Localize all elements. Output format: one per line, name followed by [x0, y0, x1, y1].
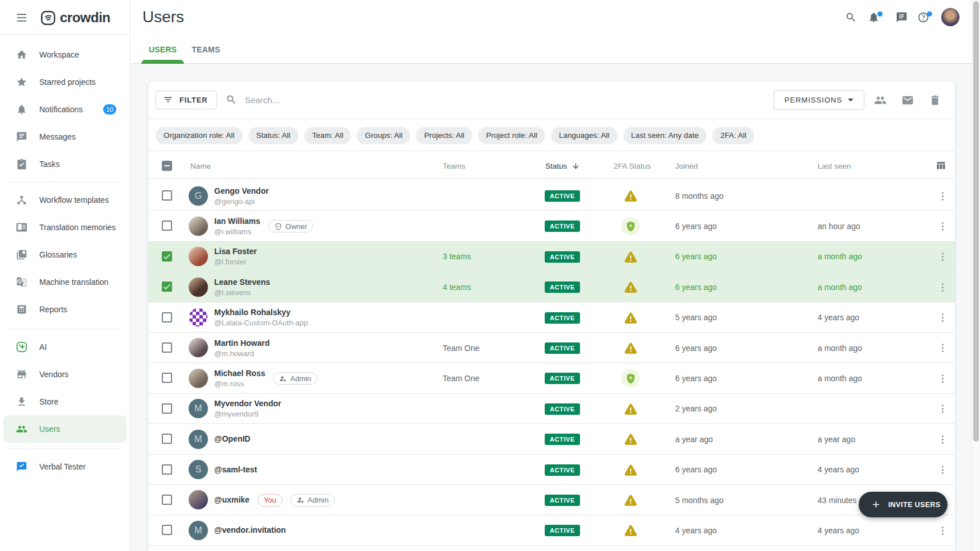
sidebar-item-verbal-tester[interactable]: Verbal Tester — [3, 453, 126, 480]
manage-teams-icon[interactable] — [874, 94, 887, 107]
row-checkbox-checked[interactable] — [162, 281, 172, 292]
user-name[interactable]: Lisa Foster — [214, 247, 257, 256]
row-checkbox[interactable] — [162, 190, 172, 201]
user-name[interactable]: @uxmike — [214, 496, 250, 504]
scrollbar-thumb[interactable] — [973, 1, 979, 442]
user-name[interactable]: Leane Stevens — [214, 278, 270, 287]
menu-icon[interactable] — [15, 12, 28, 23]
filter-chip-2fa[interactable]: 2FA: All — [712, 127, 754, 144]
user-name[interactable]: Ian Williams — [214, 217, 260, 226]
row-menu-icon[interactable] — [936, 433, 949, 446]
user-username: @i.williams — [214, 228, 260, 235]
filter-chip-project-role[interactable]: Project role: All — [478, 127, 545, 144]
user-name[interactable]: Myvendor Vendor — [214, 399, 281, 408]
row-menu-icon[interactable] — [936, 464, 949, 476]
message-users-icon[interactable] — [901, 94, 914, 107]
user-name[interactable]: @OpenID — [214, 435, 250, 443]
sidebar-item-label: Messages — [39, 132, 76, 141]
row-checkbox[interactable] — [162, 403, 172, 414]
filter-chip-languages[interactable]: Languages: All — [551, 127, 618, 144]
row-checkbox[interactable] — [162, 221, 172, 231]
permissions-button[interactable]: PERMISSIONS — [774, 90, 864, 110]
user-name-block: Ian Williams@i.williams — [214, 217, 260, 235]
filter-chip-last-seen[interactable]: Last seen: Any date — [623, 127, 707, 144]
sidebar-item-glossaries[interactable]: Glossaries — [3, 241, 126, 268]
filter-chip-projects[interactable]: Projects: All — [416, 127, 472, 144]
sidebar-item-ai[interactable]: AI — [3, 333, 126, 361]
filter-chip-status[interactable]: Status: All — [248, 127, 299, 144]
row-checkbox[interactable] — [162, 495, 172, 505]
select-all-checkbox[interactable] — [162, 161, 172, 171]
filter-chip-organization-role[interactable]: Organization role: All — [156, 127, 243, 144]
sort-desc-icon[interactable] — [571, 151, 580, 181]
row-menu-icon[interactable] — [936, 220, 949, 232]
row-menu-icon[interactable] — [936, 342, 949, 354]
user-avatar: M — [189, 399, 208, 418]
column-header-last-seen[interactable]: Last seen — [818, 151, 851, 181]
column-header-teams[interactable]: Teams — [443, 151, 466, 181]
sidebar-item-workspace[interactable]: Workspace — [3, 41, 126, 68]
sidebar-item-reports[interactable]: Reports — [3, 296, 126, 323]
sidebar-item-translation-memories[interactable]: Translation memories — [3, 214, 126, 241]
column-header-status[interactable]: Status — [545, 151, 567, 181]
row-checkbox[interactable] — [162, 464, 172, 475]
delete-users-icon[interactable] — [929, 94, 941, 107]
status-badge: ACTIVE — [545, 373, 580, 384]
filter-button[interactable]: FILTER — [156, 91, 217, 109]
user-name-block: @OpenID — [214, 435, 250, 443]
user-name[interactable]: Gengo Vendor — [214, 187, 269, 195]
user-avatar[interactable] — [941, 8, 959, 26]
row-checkbox-checked[interactable] — [162, 251, 172, 262]
crowdin-logo[interactable]: crowdin — [40, 10, 111, 26]
user-name[interactable]: Mykhailo Rohalskyy — [214, 308, 308, 317]
sidebar-item-notifications[interactable]: Notifications10 — [3, 96, 126, 123]
sidebar-item-store[interactable]: Store — [3, 388, 126, 415]
status-badge: ACTIVE — [545, 342, 580, 354]
sidebar-item-tasks[interactable]: Tasks — [3, 150, 126, 178]
user-name[interactable]: Michael Ross — [214, 369, 265, 378]
sidebar-item-users[interactable]: Users — [3, 415, 126, 443]
search-input[interactable] — [245, 95, 488, 105]
column-settings-icon[interactable] — [936, 160, 947, 172]
invite-users-button[interactable]: INVITE USERS — [859, 492, 948, 517]
user-joined: 6 years ago — [675, 242, 717, 272]
user-joined: a year ago — [675, 424, 713, 454]
row-checkbox[interactable] — [162, 373, 172, 383]
row-menu-icon[interactable] — [936, 281, 949, 293]
row-menu-icon[interactable] — [936, 190, 949, 202]
crowdin-logo-icon — [40, 10, 56, 26]
filter-chips-row: Organization role: AllStatus: AllTeam: A… — [156, 127, 754, 144]
column-header-name[interactable]: Name — [190, 151, 211, 181]
sidebar-item-messages[interactable]: Messages — [3, 123, 126, 150]
sidebar-item-starred-projects[interactable]: Starred projects — [3, 68, 126, 96]
scrollbar-track[interactable] — [971, 0, 980, 551]
messages-icon[interactable] — [896, 11, 907, 23]
row-menu-icon[interactable] — [936, 372, 949, 385]
user-name[interactable]: @vendor.invitation — [214, 526, 286, 534]
sidebar-item-vendors[interactable]: Vendors — [3, 361, 126, 388]
status-badge: ACTIVE — [545, 495, 580, 506]
search-icon[interactable] — [845, 11, 856, 23]
row-checkbox[interactable] — [162, 342, 172, 353]
user-name[interactable]: @saml-test — [214, 466, 257, 474]
table-header: Name Teams Status 2FA Status Joined Last… — [148, 151, 955, 181]
row-checkbox[interactable] — [162, 312, 172, 323]
filter-chip-team[interactable]: Team: All — [304, 127, 352, 144]
row-menu-icon[interactable] — [936, 251, 949, 263]
user-row: Michael Ross@m.rossAdminTeam OneACTIVE6 … — [148, 363, 955, 393]
row-checkbox[interactable] — [162, 434, 172, 444]
user-name[interactable]: Martin Howard — [214, 339, 270, 348]
row-menu-icon[interactable] — [936, 312, 949, 324]
user-name-block: @uxmike — [214, 496, 250, 504]
row-checkbox[interactable] — [162, 525, 172, 535]
row-menu-icon[interactable] — [936, 403, 949, 415]
column-header-joined[interactable]: Joined — [675, 151, 698, 181]
sidebar-item-machine-translation[interactable]: Machine translation — [3, 268, 126, 296]
filter-chip-groups[interactable]: Groups: All — [357, 127, 410, 144]
sidebar-item-workflow-templates[interactable]: Workflow templates — [3, 186, 126, 214]
column-header-2fa[interactable]: 2FA Status — [614, 151, 651, 181]
sidebar-divider — [9, 448, 121, 449]
row-menu-icon[interactable] — [936, 524, 949, 537]
tab-teams[interactable]: TEAMS — [184, 40, 228, 64]
status-badge: ACTIVE — [545, 525, 580, 536]
